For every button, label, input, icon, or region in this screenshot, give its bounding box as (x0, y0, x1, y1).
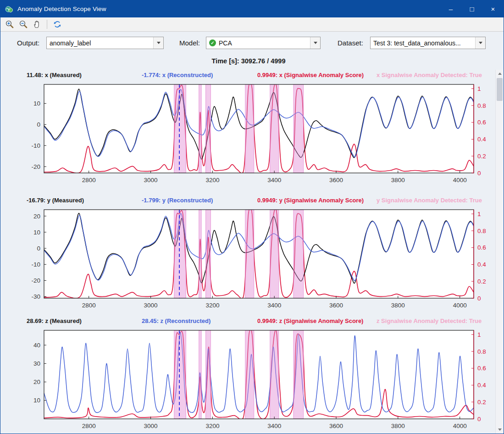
zoom-out-icon (19, 20, 28, 29)
svg-text:0.4: 0.4 (477, 136, 486, 143)
svg-text:4000: 4000 (453, 177, 467, 184)
zoom-out-button[interactable] (17, 18, 29, 31)
svg-text:0: 0 (37, 245, 40, 252)
output-combobox-arrow[interactable] (153, 37, 163, 49)
svg-text:0: 0 (477, 416, 481, 423)
svg-text:0.2: 0.2 (477, 153, 486, 160)
anomaly-scope-window: Anomaly Detection Scope View – □ × (0, 0, 504, 434)
svg-text:0.2: 0.2 (477, 278, 486, 285)
svg-text:10: 10 (33, 229, 40, 236)
titlebar: Anomaly Detection Scope View – □ × (0, 0, 504, 17)
chevron-down-icon (157, 42, 161, 44)
svg-text:1: 1 (477, 331, 481, 338)
output-combobox[interactable]: anomaly_label (46, 37, 164, 49)
y-anomaly-score-label: 0.9949: y (Signalwise Anomaly Score) (257, 197, 364, 204)
output-combobox-value: anomaly_label (47, 39, 153, 47)
svg-text:0.8: 0.8 (477, 102, 486, 109)
svg-text:3200: 3200 (205, 423, 219, 429)
plot-panel-z: 28.69: z (Measured) 28.45: z (Reconstruc… (0, 317, 497, 434)
y-anomaly-detected-label: y Signalwise Anomaly Detected: True (377, 197, 482, 204)
maximize-button[interactable]: □ (461, 0, 482, 17)
refresh-icon (53, 20, 62, 29)
scrollbar-thumb[interactable] (497, 78, 503, 101)
y-measured-label: -16.79: y (Measured) (27, 197, 84, 204)
svg-text:0.6: 0.6 (477, 365, 486, 372)
svg-text:0.8: 0.8 (477, 348, 486, 355)
x-reconstructed-label: -1.774: x (Reconstructed) (142, 72, 213, 78)
plot-x-header: 11.48: x (Measured) -1.774: x (Reconstru… (0, 71, 497, 81)
z-anomaly-score-label: 0.9949: z (Signalwise Anomaly Score) (257, 317, 363, 324)
svg-text:0.2: 0.2 (477, 399, 486, 406)
z-reconstructed-label: 28.45: z (Reconstructed) (142, 317, 210, 324)
svg-text:40: 40 (33, 342, 40, 349)
refresh-button[interactable] (51, 18, 63, 31)
svg-text:0.4: 0.4 (477, 382, 486, 389)
svg-text:0: 0 (477, 170, 481, 177)
svg-text:3000: 3000 (144, 177, 158, 184)
svg-text:3400: 3400 (267, 177, 281, 184)
scrollbar-down-button[interactable] (496, 426, 504, 434)
scrollbar-up-button[interactable] (496, 70, 504, 78)
svg-text:0.8: 0.8 (477, 228, 486, 234)
model-combobox-value: PCA (206, 39, 310, 47)
model-combobox-arrow[interactable] (310, 37, 320, 49)
zoom-in-button[interactable] (3, 18, 16, 31)
plot-panel-x: 11.48: x (Measured) -1.774: x (Reconstru… (0, 71, 497, 191)
arrow-up-icon (498, 72, 502, 75)
svg-text:10: 10 (33, 100, 40, 107)
x-measured-label: 11.48: x (Measured) (27, 72, 82, 78)
svg-text:2800: 2800 (82, 423, 96, 429)
svg-text:3200: 3200 (205, 177, 219, 184)
vertical-scrollbar[interactable] (495, 70, 504, 434)
svg-text:1: 1 (477, 85, 481, 92)
svg-text:3600: 3600 (329, 423, 343, 429)
svg-text:0.6: 0.6 (477, 119, 486, 126)
x-anomaly-detected-label: x Signalwise Anomaly Detected: True (377, 72, 482, 78)
svg-text:-20: -20 (31, 163, 40, 170)
plot-z-axes[interactable]: 28003000320034003600380040004030201010.8… (0, 327, 497, 434)
plot-x-axes[interactable]: 2800300032003400360038004000100-10-2010.… (0, 81, 497, 191)
svg-text:3000: 3000 (144, 423, 158, 429)
svg-text:-10: -10 (31, 142, 40, 149)
toolbar (0, 17, 504, 32)
close-button[interactable]: × (482, 0, 504, 17)
svg-text:2800: 2800 (82, 302, 96, 309)
svg-text:30: 30 (33, 360, 40, 367)
plot-y-header: -16.79: y (Measured) -1.799: y (Reconstr… (0, 196, 497, 206)
svg-text:10: 10 (33, 397, 40, 404)
svg-text:-20: -20 (31, 277, 40, 284)
model-combobox[interactable]: PCA (206, 37, 321, 49)
dataset-combobox[interactable]: Test 3: test_data_anomalous... (370, 37, 486, 49)
chevron-down-icon (479, 42, 482, 44)
svg-text:2800: 2800 (82, 177, 96, 184)
pan-hand-icon (33, 20, 42, 29)
dataset-label: Dataset: (338, 39, 363, 47)
minimize-button[interactable]: – (440, 0, 461, 17)
svg-text:3800: 3800 (391, 423, 405, 429)
svg-text:0: 0 (37, 121, 40, 128)
svg-text:3600: 3600 (329, 302, 343, 309)
svg-text:0.6: 0.6 (477, 244, 486, 251)
pan-button[interactable] (31, 18, 43, 31)
svg-text:3400: 3400 (267, 302, 281, 309)
dataset-combobox-arrow[interactable] (475, 37, 485, 49)
plot-y-axes[interactable]: 280030003200340036003800400020100-10-20-… (0, 206, 497, 316)
output-label: Output: (17, 39, 39, 47)
svg-text:0: 0 (477, 295, 481, 302)
svg-text:3600: 3600 (329, 177, 343, 184)
y-reconstructed-label: -1.799: y (Reconstructed) (142, 197, 213, 204)
svg-text:20: 20 (33, 213, 40, 220)
z-anomaly-detected-label: z Signalwise Anomaly Detected: True (377, 317, 482, 324)
svg-text:3400: 3400 (267, 423, 281, 429)
check-circle-icon (209, 39, 216, 46)
zoom-in-icon (5, 20, 14, 29)
svg-text:-10: -10 (31, 261, 40, 268)
svg-text:1: 1 (477, 211, 481, 217)
svg-text:4000: 4000 (453, 302, 467, 309)
svg-text:3000: 3000 (144, 302, 158, 309)
svg-text:3800: 3800 (391, 177, 405, 184)
window-title: Anomaly Detection Scope View (17, 6, 106, 12)
svg-text:4000: 4000 (453, 423, 467, 429)
chevron-down-icon (314, 42, 317, 44)
svg-text:0.4: 0.4 (477, 261, 486, 268)
